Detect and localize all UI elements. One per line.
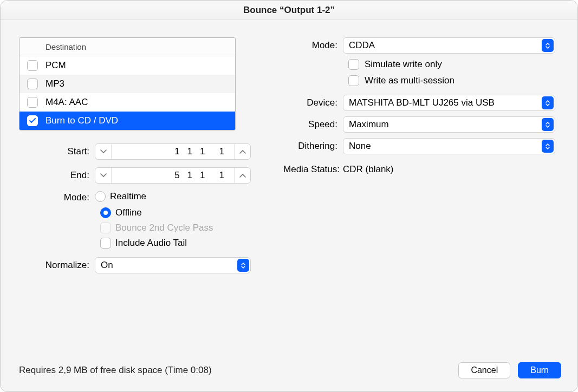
device-select[interactable]: MATSHITA BD-MLT UJ265 via USB <box>343 95 555 111</box>
bounce-dialog: Bounce “Output 1-2” Destination PCM <box>0 0 578 392</box>
normalize-value: On <box>101 260 113 271</box>
multisession-row[interactable]: Write as multi-session <box>348 75 559 86</box>
device-value: MATSHITA BD-MLT UJ265 via USB <box>349 97 495 108</box>
destination-row-m4a[interactable]: M4A: AAC <box>20 93 235 112</box>
checkbox-simulate[interactable] <box>348 59 359 70</box>
cancel-button[interactable]: Cancel <box>458 362 510 378</box>
chevron-up-icon <box>239 173 246 178</box>
updown-icon <box>542 96 554 109</box>
start-field[interactable]: 1 1 1 1 <box>95 143 251 160</box>
burn-button[interactable]: Burn <box>518 362 561 378</box>
normalize-select[interactable]: On <box>95 257 251 273</box>
destination-label-pcm: PCM <box>46 60 66 71</box>
mode-realtime-row[interactable]: Realtime <box>95 191 146 202</box>
right-column: Mode: CDDA Simulate write only <box>279 37 559 273</box>
destination-checkbox-pcm[interactable] <box>27 60 38 71</box>
speed-value: Maximum <box>349 119 389 130</box>
simulate-row[interactable]: Simulate write only <box>348 59 559 70</box>
checkbox-bounce-2nd <box>100 223 111 233</box>
destination-label-burn: Burn to CD / DVD <box>46 115 118 126</box>
speed-label: Speed: <box>279 119 343 130</box>
simulate-label: Simulate write only <box>365 59 442 70</box>
destination-label-mp3: MP3 <box>46 79 64 89</box>
end-label: End: <box>19 170 95 181</box>
end-bar: 5 <box>174 170 179 181</box>
media-status-row: Media Status: CDR (blank) <box>279 164 559 175</box>
end-div: 1 <box>200 170 205 181</box>
radio-offline[interactable] <box>100 207 111 218</box>
radio-realtime-label: Realtime <box>110 191 146 202</box>
mode-right-label: Mode: <box>279 40 343 51</box>
start-values: 1 1 1 1 <box>112 146 234 157</box>
dithering-label: Dithering: <box>279 141 343 152</box>
start-decrement[interactable] <box>95 144 112 159</box>
destination-row-burn[interactable]: Burn to CD / DVD <box>20 112 235 130</box>
destination-row-mp3[interactable]: MP3 <box>20 75 235 93</box>
end-beat: 1 <box>187 170 192 181</box>
start-div: 1 <box>200 146 205 157</box>
start-increment[interactable] <box>234 144 250 159</box>
normalize-label: Normalize: <box>19 260 95 271</box>
end-decrement[interactable] <box>95 168 112 183</box>
mode-left-label: Mode: <box>19 191 95 203</box>
speed-select[interactable]: Maximum <box>343 116 555 133</box>
mode-select[interactable]: CDDA <box>343 37 555 54</box>
content-area: Destination PCM <box>1 20 577 273</box>
updown-icon <box>237 259 249 272</box>
multisession-label: Write as multi-session <box>365 75 454 86</box>
footer: Requires 2,9 MB of free disk space (Time… <box>1 352 577 391</box>
destination-row-pcm[interactable]: PCM <box>20 56 235 75</box>
disk-requirement-text: Requires 2,9 MB of free disk space (Time… <box>19 365 212 376</box>
left-column: Destination PCM <box>19 37 252 273</box>
updown-icon <box>542 39 554 52</box>
chevron-up-icon <box>239 149 246 154</box>
device-label: Device: <box>279 97 343 108</box>
end-tick: 1 <box>219 170 224 181</box>
dithering-select[interactable]: None <box>343 138 555 154</box>
start-tick: 1 <box>219 146 224 157</box>
checkbox-multisession[interactable] <box>348 75 359 86</box>
start-beat: 1 <box>187 146 192 157</box>
destination-checkbox-mp3[interactable] <box>27 79 38 89</box>
updown-icon <box>542 140 554 153</box>
window-title: Bounce “Output 1-2” <box>1 1 577 20</box>
updown-icon <box>542 118 554 131</box>
start-label: Start: <box>19 146 95 157</box>
destination-checkbox-burn[interactable] <box>27 115 38 126</box>
checkbox-include-tail[interactable] <box>100 238 111 249</box>
bounce-2nd-label: Bounce 2nd Cycle Pass <box>115 223 213 233</box>
media-status-label: Media Status: <box>279 164 343 175</box>
end-increment[interactable] <box>234 168 250 183</box>
media-status-value: CDR (blank) <box>343 164 394 175</box>
end-field[interactable]: 5 1 1 1 <box>95 167 251 184</box>
destination-checkbox-m4a[interactable] <box>27 97 38 108</box>
end-values: 5 1 1 1 <box>112 170 234 181</box>
dithering-value: None <box>349 141 371 152</box>
mode-offline-row[interactable]: Offline <box>100 207 252 218</box>
chevron-down-icon <box>100 173 107 178</box>
radio-realtime[interactable] <box>95 191 106 202</box>
destination-label-m4a: M4A: AAC <box>46 97 88 108</box>
destination-header-label: Destination <box>46 42 86 51</box>
start-bar: 1 <box>174 146 179 157</box>
destination-list: Destination PCM <box>19 37 236 130</box>
include-tail-row[interactable]: Include Audio Tail <box>100 238 252 249</box>
destination-header: Destination <box>20 38 235 56</box>
chevron-down-icon <box>100 149 107 154</box>
radio-offline-label: Offline <box>115 207 142 218</box>
mode-value: CDDA <box>349 40 375 51</box>
include-tail-label: Include Audio Tail <box>115 238 187 249</box>
bounce-2nd-row: Bounce 2nd Cycle Pass <box>100 223 252 233</box>
